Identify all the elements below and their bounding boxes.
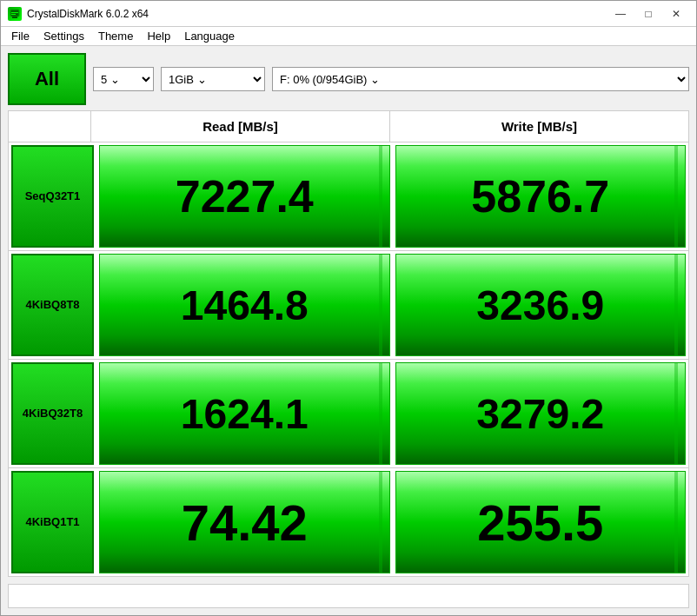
size-dropdown[interactable]: 1GiB ⌄	[161, 67, 265, 91]
drive-dropdown[interactable]: F: 0% (0/954GiB) ⌄	[272, 67, 689, 91]
read-4kib-q8t8: 1464.8	[99, 254, 390, 356]
header-spacer	[9, 111, 91, 142]
menu-settings[interactable]: Settings	[37, 28, 91, 44]
menu-theme[interactable]: Theme	[91, 28, 140, 44]
app-icon	[8, 7, 22, 21]
count-dropdown[interactable]: 5 ⌄	[93, 67, 154, 91]
write-4kib-q8t8: 3236.9	[395, 254, 687, 356]
menu-bar: File Settings Theme Help Language	[1, 27, 696, 46]
top-controls: All 5 ⌄ 1GiB ⌄ F: 0% (0/954GiB) ⌄	[8, 53, 689, 105]
write-4kib-q1t1: 255.5	[395, 471, 687, 573]
table-row: 4KiB Q32T8 1624.1 3279.2	[9, 360, 688, 468]
table-row: 4KiB Q1T1 74.42 255.5	[9, 468, 688, 576]
svg-rect-3	[11, 14, 16, 15]
row-label-4kib-q8t8: 4KiB Q8T8	[11, 254, 94, 356]
title-bar: CrystalDiskMark 6.0.2 x64 — □ ✕	[1, 1, 696, 27]
read-4kib-q32t8: 1624.1	[99, 362, 390, 465]
header-read: Read [MB/s]	[91, 111, 390, 142]
menu-help[interactable]: Help	[140, 28, 177, 44]
data-table: Read [MB/s] Write [MB/s] Seq Q32T1 7227.…	[8, 110, 689, 577]
write-4kib-q32t8: 3279.2	[395, 362, 687, 465]
read-4kib-q1t1: 74.42	[99, 471, 390, 573]
menu-file[interactable]: File	[4, 28, 37, 44]
minimize-button[interactable]: —	[607, 5, 634, 23]
row-label-seq-q32t1: Seq Q32T1	[11, 145, 94, 248]
row-label-4kib-q1t1: 4KiB Q1T1	[11, 471, 94, 573]
row-label-4kib-q32t8: 4KiB Q32T8	[11, 362, 94, 465]
table-header: Read [MB/s] Write [MB/s]	[9, 111, 688, 142]
status-bar	[8, 584, 689, 608]
svg-rect-1	[12, 17, 17, 18]
close-button[interactable]: ✕	[663, 5, 689, 23]
main-window: CrystalDiskMark 6.0.2 x64 — □ ✕ File Set…	[0, 0, 697, 616]
maximize-button[interactable]: □	[635, 5, 661, 23]
read-seq-q32t1: 7227.4	[99, 145, 390, 248]
window-controls: — □ ✕	[607, 5, 689, 23]
window-title: CrystalDiskMark 6.0.2 x64	[27, 8, 607, 20]
menu-language[interactable]: Language	[177, 28, 242, 44]
write-seq-q32t1: 5876.7	[395, 145, 687, 248]
table-row: 4KiB Q8T8 1464.8 3236.9	[9, 251, 688, 360]
svg-rect-2	[11, 12, 18, 13]
table-row: Seq Q32T1 7227.4 5876.7	[9, 142, 688, 251]
all-button[interactable]: All	[8, 53, 86, 105]
main-content: All 5 ⌄ 1GiB ⌄ F: 0% (0/954GiB) ⌄ Read […	[1, 46, 696, 615]
header-write: Write [MB/s]	[390, 111, 688, 142]
